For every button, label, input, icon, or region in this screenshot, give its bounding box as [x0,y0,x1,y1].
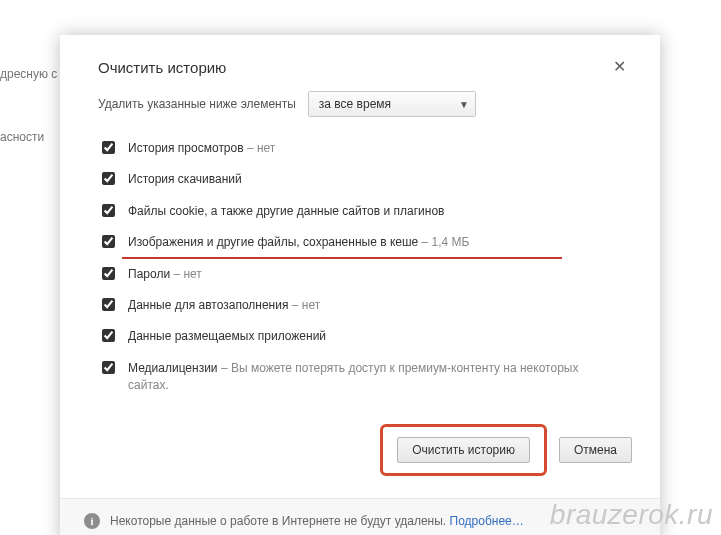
subheader-text: Удалить указанные ниже элементы [98,97,296,111]
option-autofill: Данные для автозаполнения – нет [98,290,630,321]
clear-history-dialog: Очистить историю ✕ Удалить указанные ниж… [60,35,660,535]
footer-text: Некоторые данные о работе в Интернете не… [110,514,524,528]
learn-more-link[interactable]: Подробнее… [450,514,524,528]
option-label: Пароли – нет [128,266,202,283]
dialog-buttons: Очистить историю Отмена [60,402,660,498]
info-icon: i [84,513,100,529]
checkbox-cached-images[interactable] [102,235,115,248]
option-label: Медиалицензии – Вы можете потерять досту… [128,360,608,395]
background-text-2: асности [0,130,44,144]
checkbox-browsing-history[interactable] [102,141,115,154]
watermark: brauzerok.ru [550,499,713,531]
chevron-down-icon: ▼ [459,99,469,110]
option-label: История просмотров – нет [128,140,275,157]
option-hosted-apps: Данные размещаемых приложений [98,321,630,352]
dialog-header: Очистить историю ✕ [60,35,660,87]
dialog-subheader: Удалить указанные ниже элементы за все в… [60,87,660,129]
checkbox-media-licenses[interactable] [102,361,115,374]
close-icon[interactable]: ✕ [609,57,630,77]
option-label: История скачиваний [128,171,242,188]
option-label: Данные для автозаполнения – нет [128,297,320,314]
checkbox-autofill[interactable] [102,298,115,311]
options-list: История просмотров – нет История скачива… [60,129,660,402]
option-download-history: История скачиваний [98,164,630,195]
option-cached-images: Изображения и другие файлы, сохраненные … [98,227,630,258]
dialog-title: Очистить историю [98,59,226,76]
clear-history-button[interactable]: Очистить историю [397,437,530,463]
cancel-button[interactable]: Отмена [559,437,632,463]
option-label: Данные размещаемых приложений [128,328,326,345]
checkbox-passwords[interactable] [102,267,115,280]
background-text-1: дресную с [0,67,57,81]
option-label: Изображения и другие файлы, сохраненные … [128,234,470,251]
checkbox-cookies[interactable] [102,204,115,217]
highlight-primary-box: Очистить историю [380,424,547,476]
option-browsing-history: История просмотров – нет [98,133,630,164]
option-media-licenses: Медиалицензии – Вы можете потерять досту… [98,353,630,402]
option-passwords: Пароли – нет [98,259,630,290]
highlight-underline [122,257,562,259]
option-cookies: Файлы cookie, а также другие данные сайт… [98,196,630,227]
checkbox-hosted-apps[interactable] [102,329,115,342]
time-range-value: за все время [319,97,391,111]
option-label: Файлы cookie, а также другие данные сайт… [128,203,444,220]
time-range-select[interactable]: за все время ▼ [308,91,476,117]
checkbox-download-history[interactable] [102,172,115,185]
